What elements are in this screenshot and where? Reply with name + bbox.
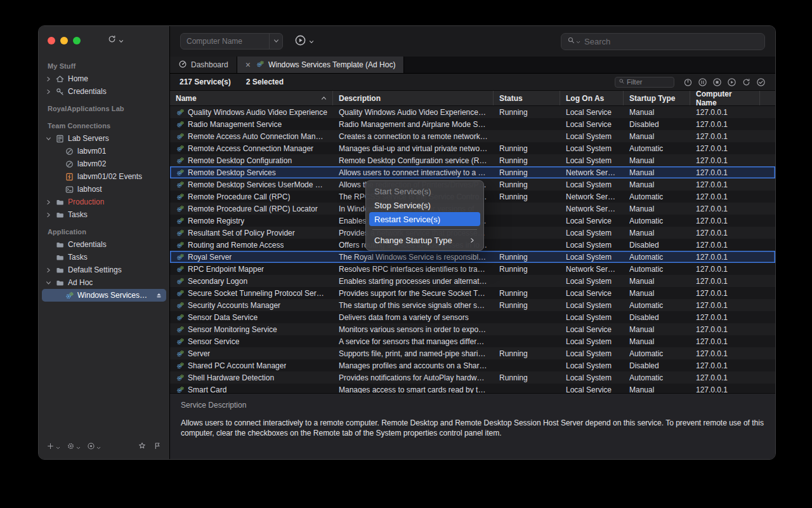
chevron-right-icon[interactable] — [45, 89, 52, 95]
combobox-chevron[interactable] — [269, 34, 282, 49]
table-row[interactable]: Royal ServerThe Royal Windows Service is… — [170, 251, 775, 263]
column-header-log-on-as[interactable]: Log On As — [560, 91, 624, 105]
eject-icon[interactable] — [155, 291, 163, 300]
menu-item-restart-service[interactable]: Restart Service(s) — [369, 212, 480, 226]
service-name-cell: RPC Endpoint Mapper — [170, 263, 333, 275]
table-row[interactable]: Sensor ServiceA service for sensors that… — [170, 335, 775, 347]
service-name-cell: Security Accounts Manager — [170, 299, 333, 311]
restart-button[interactable] — [742, 77, 751, 87]
service-computer-cell: 127.0.0.1 — [690, 227, 760, 239]
chevron-right-icon[interactable] — [45, 199, 52, 205]
settings-button[interactable] — [67, 441, 81, 453]
search-input[interactable]: Search — [561, 33, 765, 50]
column-header-description[interactable]: Description — [333, 91, 494, 105]
column-header-startup-type[interactable]: Startup Type — [624, 91, 690, 105]
sidebar-item-lab-servers[interactable]: Lab Servers — [42, 132, 166, 145]
connect-button[interactable] — [107, 34, 124, 46]
table-row[interactable]: Radio Management ServiceRadio Management… — [170, 118, 775, 130]
service-startup-cell: Manual — [624, 106, 690, 118]
table-row[interactable]: Remote Access Connection ManagerManages … — [170, 142, 775, 154]
tab-windows-services-template[interactable]: × Windows Services Template (Ad Hoc) — [237, 57, 405, 73]
service-gears-icon — [176, 120, 185, 129]
table-row[interactable]: Remote Desktop ServicesAllows users to c… — [170, 166, 775, 178]
folder-icon — [55, 265, 65, 275]
sidebar-item-credentials[interactable]: Credentials — [42, 238, 166, 251]
sidebar-item-production[interactable]: Production — [42, 196, 166, 208]
table-row[interactable]: Remote Desktop ConfigurationRemote Deskt… — [170, 154, 775, 166]
row-filler — [760, 275, 775, 287]
zoom-window-button[interactable] — [73, 37, 81, 44]
service-name-cell: Secure Socket Tunneling Protocol Service — [170, 287, 333, 299]
computer-name-placeholder: Computer Name — [181, 37, 269, 46]
filter-input[interactable]: Filter — [615, 77, 674, 88]
service-logon-cell: Local System — [560, 178, 624, 190]
table-row[interactable]: Remote Access Auto Connection ManagerCre… — [170, 130, 775, 142]
column-header-status[interactable]: Status — [494, 91, 560, 105]
table-row[interactable]: Security Accounts ManagerThe startup of … — [170, 299, 775, 311]
pause-button[interactable] — [698, 77, 707, 87]
service-startup-cell: Manual — [624, 384, 690, 393]
chevron-right-icon[interactable] — [45, 212, 52, 218]
sidebar-item-tasks[interactable]: Tasks — [42, 251, 166, 264]
sidebar-item-credentials[interactable]: Credentials — [42, 85, 166, 98]
sidebar-item-labvm01-02-events[interactable]: labvm01/02 Events — [42, 170, 166, 183]
sidebar-item-labvm02[interactable]: labvm02 — [42, 157, 166, 170]
table-row[interactable]: Sensor Data ServiceDelivers data from a … — [170, 311, 775, 323]
service-status-cell: Running — [494, 142, 560, 154]
execute-button[interactable] — [294, 34, 314, 49]
table-row[interactable]: Shared PC Account ManagerManages profile… — [170, 359, 775, 371]
power-button[interactable] — [683, 77, 693, 87]
accounts-button[interactable] — [87, 441, 101, 453]
service-name-cell: Shell Hardware Detection — [170, 371, 333, 384]
circle-dot-icon — [87, 441, 95, 453]
service-name-cell: Secondary Logon — [170, 275, 333, 287]
run-button[interactable] — [153, 441, 162, 453]
menu-item-change-startup-type[interactable]: Change Startup Type — [369, 233, 480, 247]
sidebar-item-labvm01[interactable]: labvm01 — [42, 145, 166, 157]
add-button[interactable] — [46, 441, 60, 453]
row-filler — [760, 142, 775, 154]
computer-name-combobox[interactable]: Computer Name — [180, 33, 283, 50]
table-row[interactable]: RPC Endpoint MapperResolves RPC interfac… — [170, 263, 775, 275]
service-status-cell: Running — [494, 251, 560, 263]
sidebar-item-tasks[interactable]: Tasks — [42, 208, 166, 221]
close-tab-button[interactable]: × — [246, 60, 252, 69]
terminal-icon — [65, 185, 74, 194]
service-computer-cell: 127.0.0.1 — [690, 384, 760, 393]
sidebar-item-home[interactable]: Home — [42, 72, 166, 85]
favorites-button[interactable] — [138, 441, 147, 453]
service-name-cell: Remote Access Connection Manager — [170, 142, 333, 154]
start-button[interactable] — [727, 77, 737, 87]
service-gears-icon — [176, 277, 185, 286]
chevron-right-icon[interactable] — [45, 76, 52, 82]
chevron-down-icon[interactable] — [45, 280, 52, 286]
column-header-name[interactable]: Name — [170, 91, 333, 105]
confirm-button[interactable] — [756, 77, 766, 87]
column-header-computer-name[interactable]: Computer Name — [690, 91, 760, 105]
table-row[interactable]: Secure Socket Tunneling Protocol Service… — [170, 287, 775, 299]
table-row[interactable]: Quality Windows Audio Video ExperienceQu… — [170, 106, 775, 118]
chevron-right-icon[interactable] — [45, 267, 52, 273]
service-description-cell: Enables starting processes under alterna… — [333, 275, 494, 287]
table-row[interactable]: Smart CardManages access to smart cards … — [170, 384, 775, 393]
table-row[interactable]: Shell Hardware DetectionProvides notific… — [170, 371, 775, 384]
sidebar-item-labhost[interactable]: labhost — [42, 183, 166, 196]
service-computer-cell: 127.0.0.1 — [690, 239, 760, 251]
table-row[interactable]: ServerSupports file, print, and named-pi… — [170, 347, 775, 359]
sidebar-item-ad-hoc[interactable]: Ad Hoc — [42, 276, 166, 289]
sidebar-item-default-settings[interactable]: Default Settings — [42, 264, 166, 276]
minimize-window-button[interactable] — [60, 37, 68, 44]
sidebar-item-windows-services[interactable]: Windows Services… — [42, 289, 166, 302]
service-logon-cell: Local Service — [560, 384, 624, 393]
menu-item-stop-service[interactable]: Stop Service(s) — [369, 198, 480, 212]
context-menu: Start Service(s) Stop Service(s) Restart… — [365, 180, 484, 251]
service-name-cell: Remote Desktop Configuration — [170, 154, 333, 166]
tab-dashboard[interactable]: Dashboard — [170, 57, 237, 73]
stop-button[interactable] — [712, 77, 722, 87]
service-logon-cell: Local System — [560, 142, 624, 154]
table-row[interactable]: Secondary LogonEnables starting processe… — [170, 275, 775, 287]
chevron-down-icon[interactable] — [45, 136, 52, 142]
service-gears-icon — [176, 168, 185, 177]
close-window-button[interactable] — [48, 37, 55, 44]
table-row[interactable]: Sensor Monitoring ServiceMonitors variou… — [170, 323, 775, 335]
